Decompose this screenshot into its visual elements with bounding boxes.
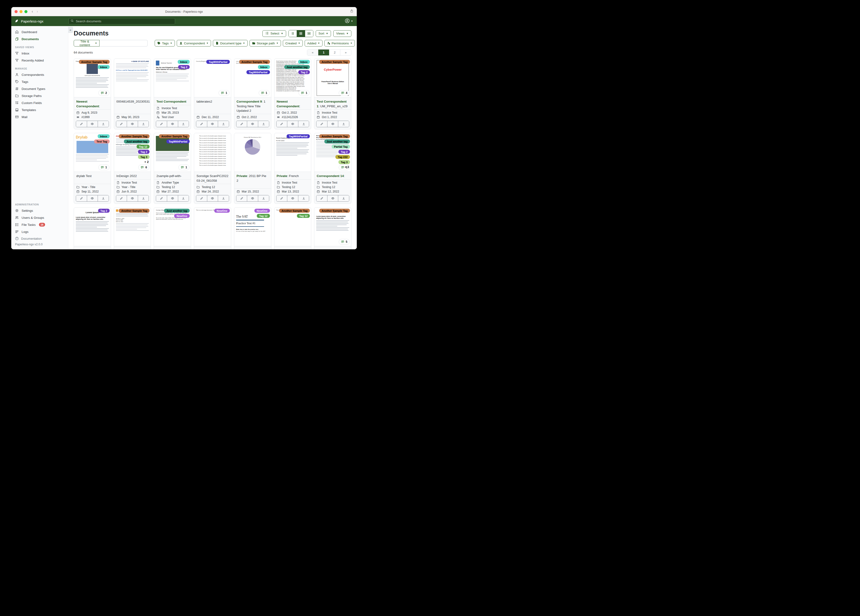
- document-correspondent[interactable]: Private: [277, 174, 287, 178]
- user-menu[interactable]: ▼: [345, 18, 353, 24]
- document-card[interactable]: Review of Arbitral Awards Shows Swift Re…: [314, 133, 352, 204]
- tag-badge[interactable]: NewOne: [254, 209, 270, 213]
- download-button[interactable]: [338, 121, 349, 127]
- document-card[interactable]: ✳ BANK OF SCOTLAND2,0 % p. a. auf Ihr Ta…: [114, 58, 151, 129]
- document-preview[interactable]: This is a test for the double space char…: [194, 133, 231, 172]
- view-button[interactable]: [287, 195, 298, 201]
- browser-forward-icon[interactable]: ›: [37, 9, 38, 14]
- edit-button[interactable]: [76, 121, 87, 127]
- tag-badge[interactable]: NewOne: [214, 209, 230, 213]
- download-button[interactable]: [98, 195, 109, 201]
- filter-button-added[interactable]: Added▼: [304, 40, 322, 47]
- tag-badge[interactable]: Partial Tag: [332, 145, 350, 149]
- view-button[interactable]: [247, 195, 258, 201]
- filter-button-storage-path[interactable]: Storage path▼: [250, 40, 281, 47]
- document-card[interactable]: Patient BP Distribution 2011Private: 201…: [234, 133, 271, 204]
- document-preview[interactable]: Patient BP Distribution 2011: [234, 133, 271, 172]
- tag-badge[interactable]: Just another tag: [164, 209, 190, 213]
- tag-badge[interactable]: Another Sample Tag: [319, 134, 350, 138]
- comments-badge[interactable]: 1: [98, 165, 109, 170]
- view-button[interactable]: [127, 121, 138, 127]
- document-title[interactable]: tablerates2: [194, 97, 231, 114]
- filter-button-permissions[interactable]: Permissions▼: [324, 40, 355, 47]
- pagination-next[interactable]: »: [341, 50, 351, 55]
- tag-badge[interactable]: Tag 2: [178, 65, 190, 69]
- tag-badge[interactable]: Just another tag: [124, 140, 149, 143]
- tag-badge[interactable]: TagWithPartial: [166, 140, 190, 143]
- download-button[interactable]: [178, 121, 189, 127]
- document-title[interactable]: Correspondent 14: Review-of-New-York-Fed…: [314, 172, 351, 179]
- tag-badge[interactable]: NewOne: [174, 214, 190, 218]
- document-correspondent[interactable]: Test Correspondent 1: [156, 100, 186, 105]
- document-correspondent[interactable]: Newest Correspondent: [277, 100, 300, 108]
- edit-button[interactable]: [236, 121, 247, 127]
- document-preview[interactable]: Medical TeacherHas the new Kirkpatrick g…: [154, 59, 191, 97]
- document-preview[interactable]: Another Sample TagTagWithPartial1: [154, 133, 191, 172]
- document-preview[interactable]: Country,Region/State,"TagWithPartial1: [194, 59, 231, 97]
- document-card[interactable]: Francja pod rzNAPOLEON BONAPARTEAnother …: [74, 58, 111, 129]
- document-preview[interactable]: Lorem ipsumLorem ipsum dolor sit amet, c…: [74, 207, 111, 246]
- download-button[interactable]: [178, 195, 189, 201]
- document-title[interactable]: drylab Test: [74, 172, 111, 184]
- document-title[interactable]: Private: 2011 BP Pie 2: [234, 172, 271, 188]
- edit-button[interactable]: [316, 121, 327, 127]
- sidebar-item-inbox[interactable]: Inbox: [11, 50, 68, 57]
- view-button[interactable]: [127, 195, 138, 201]
- tag-badge[interactable]: Inbox: [258, 65, 270, 69]
- comments-badge[interactable]: 1: [218, 90, 229, 96]
- edit-button[interactable]: [196, 121, 207, 127]
- tag-badge[interactable]: Another Sample Tag: [119, 209, 149, 213]
- download-button[interactable]: [298, 195, 309, 201]
- download-button[interactable]: [298, 121, 309, 127]
- sidebar-item-storage-paths[interactable]: Storage Paths: [11, 92, 68, 99]
- comments-badge[interactable]: 1: [298, 90, 309, 96]
- tag-badge[interactable]: Tag 2: [98, 209, 110, 213]
- edit-button[interactable]: [156, 195, 167, 201]
- document-preview[interactable]: CyberPowerPowerPanel® Business EditionUs…: [314, 59, 351, 97]
- tag-badge[interactable]: Tag 222: [336, 155, 350, 159]
- download-button[interactable]: [258, 121, 269, 127]
- app-brand[interactable]: Paperless-ngx: [14, 19, 69, 24]
- tag-badge[interactable]: Another Sample Tag: [159, 134, 190, 138]
- document-preview[interactable]: This is a testAnother Sample TagTag 12: [275, 207, 311, 246]
- tag-badge[interactable]: Tag 12: [137, 145, 150, 149]
- document-preview[interactable]: Contact Sheet DemoGiven a set of image f…: [154, 207, 191, 246]
- sidebar-item-documents[interactable]: Documents: [11, 35, 68, 42]
- document-correspondent[interactable]: Test Correspondent 1: [317, 100, 347, 108]
- download-button[interactable]: [218, 195, 229, 201]
- share-icon[interactable]: [350, 9, 353, 14]
- document-card[interactable]: one,1.0five,5.0Another Sample TagInboxTa…: [234, 58, 271, 129]
- edit-button[interactable]: [156, 121, 167, 127]
- document-card[interactable]: French Country BreadFor the LeavenTagWit…: [274, 133, 311, 204]
- sidebar-item-file-tasks[interactable]: File Tasks16: [11, 221, 68, 228]
- edit-button[interactable]: [276, 195, 287, 201]
- download-button[interactable]: [338, 195, 349, 201]
- document-preview[interactable]: Serial Number,Company Name,Employe978818…: [275, 59, 311, 97]
- edit-button[interactable]: [76, 195, 87, 201]
- view-mode-grid[interactable]: [297, 30, 305, 37]
- document-card[interactable]: This is a test for the double space char…: [194, 133, 231, 204]
- download-button[interactable]: [258, 195, 269, 201]
- tag-badge[interactable]: Inbox: [98, 134, 110, 138]
- edit-button[interactable]: [196, 195, 207, 201]
- document-card[interactable]: Country,Region/State,"TagWithPartial1tab…: [194, 58, 231, 129]
- edit-button[interactable]: [236, 195, 247, 201]
- tag-badge[interactable]: Test Tag: [94, 140, 110, 143]
- view-button[interactable]: [207, 121, 218, 127]
- document-card[interactable]: Lorem ipsumLorem ipsum dolor sit amet, c…: [314, 207, 352, 249]
- search-input[interactable]: [75, 19, 173, 23]
- select-button[interactable]: Select▼: [262, 30, 286, 37]
- document-title[interactable]: Test Correspondent 1: UM_PPBE_en_v29: [314, 97, 351, 109]
- tag-badge[interactable]: Another Sample Tag: [319, 209, 350, 213]
- sidebar-item-document-types[interactable]: Document Types: [11, 85, 68, 92]
- views-button[interactable]: Views▼: [333, 30, 352, 37]
- document-preview[interactable]: DrylabInboxTest Tag1: [74, 133, 111, 172]
- filter-button-document-type[interactable]: Document type▼: [213, 40, 248, 47]
- document-preview[interactable]: French Country BreadFor the LeavenTagWit…: [275, 133, 311, 172]
- document-title[interactable]: Newest Correspondent: H7_Napoleon_Bonapa…: [74, 97, 111, 109]
- document-card[interactable]: This is a testAnother Sample TagTag 12: [274, 207, 311, 249]
- sidebar-item-users-groups[interactable]: Users & Groups: [11, 214, 68, 221]
- download-button[interactable]: [138, 195, 149, 201]
- tag-badge[interactable]: Just another tag: [284, 65, 310, 69]
- global-search[interactable]: [69, 18, 175, 24]
